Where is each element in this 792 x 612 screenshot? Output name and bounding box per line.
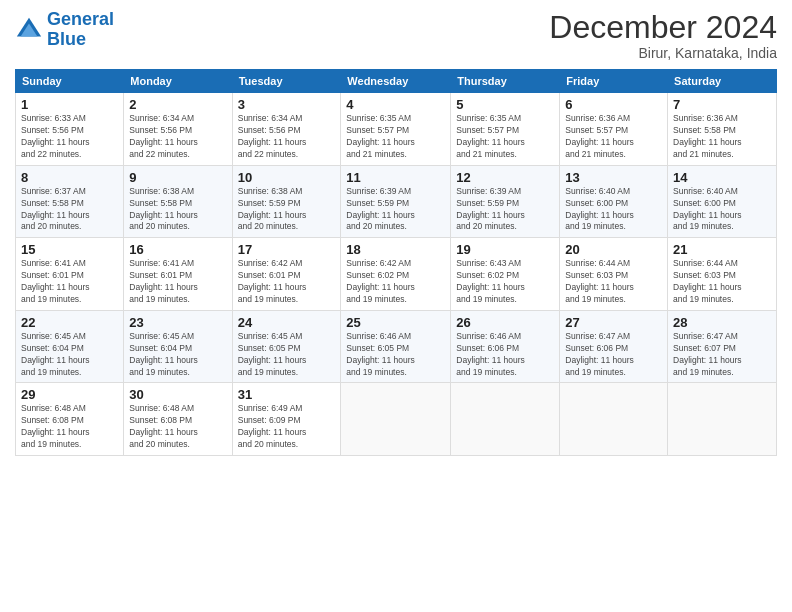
day-number: 30	[129, 387, 226, 402]
header-saturday: Saturday	[668, 70, 777, 93]
day-info: Sunrise: 6:45 AM Sunset: 6:05 PM Dayligh…	[238, 331, 336, 379]
calendar-cell: 29Sunrise: 6:48 AM Sunset: 6:08 PM Dayli…	[16, 383, 124, 456]
calendar-week-3: 15Sunrise: 6:41 AM Sunset: 6:01 PM Dayli…	[16, 238, 777, 311]
calendar-cell: 17Sunrise: 6:42 AM Sunset: 6:01 PM Dayli…	[232, 238, 341, 311]
day-number: 1	[21, 97, 118, 112]
calendar-cell: 30Sunrise: 6:48 AM Sunset: 6:08 PM Dayli…	[124, 383, 232, 456]
calendar-cell: 18Sunrise: 6:42 AM Sunset: 6:02 PM Dayli…	[341, 238, 451, 311]
calendar-header-row: Sunday Monday Tuesday Wednesday Thursday…	[16, 70, 777, 93]
day-number: 25	[346, 315, 445, 330]
logo: General Blue	[15, 10, 114, 50]
day-info: Sunrise: 6:33 AM Sunset: 5:56 PM Dayligh…	[21, 113, 118, 161]
day-info: Sunrise: 6:43 AM Sunset: 6:02 PM Dayligh…	[456, 258, 554, 306]
calendar-cell: 12Sunrise: 6:39 AM Sunset: 5:59 PM Dayli…	[451, 165, 560, 238]
calendar-week-5: 29Sunrise: 6:48 AM Sunset: 6:08 PM Dayli…	[16, 383, 777, 456]
day-number: 7	[673, 97, 771, 112]
day-number: 20	[565, 242, 662, 257]
day-info: Sunrise: 6:45 AM Sunset: 6:04 PM Dayligh…	[129, 331, 226, 379]
header-thursday: Thursday	[451, 70, 560, 93]
header: General Blue December 2024 Birur, Karnat…	[15, 10, 777, 61]
day-info: Sunrise: 6:49 AM Sunset: 6:09 PM Dayligh…	[238, 403, 336, 451]
logo-icon	[15, 16, 43, 44]
day-number: 8	[21, 170, 118, 185]
calendar-week-1: 1Sunrise: 6:33 AM Sunset: 5:56 PM Daylig…	[16, 93, 777, 166]
calendar-cell: 20Sunrise: 6:44 AM Sunset: 6:03 PM Dayli…	[560, 238, 668, 311]
calendar-cell: 27Sunrise: 6:47 AM Sunset: 6:06 PM Dayli…	[560, 310, 668, 383]
calendar-cell: 24Sunrise: 6:45 AM Sunset: 6:05 PM Dayli…	[232, 310, 341, 383]
header-monday: Monday	[124, 70, 232, 93]
calendar-cell: 25Sunrise: 6:46 AM Sunset: 6:05 PM Dayli…	[341, 310, 451, 383]
calendar-cell: 14Sunrise: 6:40 AM Sunset: 6:00 PM Dayli…	[668, 165, 777, 238]
day-info: Sunrise: 6:40 AM Sunset: 6:00 PM Dayligh…	[565, 186, 662, 234]
calendar-cell: 31Sunrise: 6:49 AM Sunset: 6:09 PM Dayli…	[232, 383, 341, 456]
day-info: Sunrise: 6:41 AM Sunset: 6:01 PM Dayligh…	[21, 258, 118, 306]
calendar-table: Sunday Monday Tuesday Wednesday Thursday…	[15, 69, 777, 456]
calendar-cell	[668, 383, 777, 456]
day-info: Sunrise: 6:47 AM Sunset: 6:06 PM Dayligh…	[565, 331, 662, 379]
day-info: Sunrise: 6:45 AM Sunset: 6:04 PM Dayligh…	[21, 331, 118, 379]
calendar-cell: 15Sunrise: 6:41 AM Sunset: 6:01 PM Dayli…	[16, 238, 124, 311]
calendar-week-4: 22Sunrise: 6:45 AM Sunset: 6:04 PM Dayli…	[16, 310, 777, 383]
day-info: Sunrise: 6:42 AM Sunset: 6:01 PM Dayligh…	[238, 258, 336, 306]
day-number: 19	[456, 242, 554, 257]
calendar-cell: 7Sunrise: 6:36 AM Sunset: 5:58 PM Daylig…	[668, 93, 777, 166]
day-number: 3	[238, 97, 336, 112]
day-number: 27	[565, 315, 662, 330]
page: General Blue December 2024 Birur, Karnat…	[0, 0, 792, 612]
calendar-cell: 3Sunrise: 6:34 AM Sunset: 5:56 PM Daylig…	[232, 93, 341, 166]
day-info: Sunrise: 6:34 AM Sunset: 5:56 PM Dayligh…	[129, 113, 226, 161]
calendar-cell: 2Sunrise: 6:34 AM Sunset: 5:56 PM Daylig…	[124, 93, 232, 166]
day-number: 18	[346, 242, 445, 257]
calendar-cell: 10Sunrise: 6:38 AM Sunset: 5:59 PM Dayli…	[232, 165, 341, 238]
calendar-cell: 5Sunrise: 6:35 AM Sunset: 5:57 PM Daylig…	[451, 93, 560, 166]
day-number: 17	[238, 242, 336, 257]
day-number: 5	[456, 97, 554, 112]
calendar-cell: 6Sunrise: 6:36 AM Sunset: 5:57 PM Daylig…	[560, 93, 668, 166]
day-info: Sunrise: 6:44 AM Sunset: 6:03 PM Dayligh…	[565, 258, 662, 306]
day-number: 22	[21, 315, 118, 330]
day-number: 6	[565, 97, 662, 112]
day-info: Sunrise: 6:38 AM Sunset: 5:59 PM Dayligh…	[238, 186, 336, 234]
day-info: Sunrise: 6:36 AM Sunset: 5:57 PM Dayligh…	[565, 113, 662, 161]
day-info: Sunrise: 6:46 AM Sunset: 6:06 PM Dayligh…	[456, 331, 554, 379]
calendar-cell: 16Sunrise: 6:41 AM Sunset: 6:01 PM Dayli…	[124, 238, 232, 311]
day-info: Sunrise: 6:44 AM Sunset: 6:03 PM Dayligh…	[673, 258, 771, 306]
day-number: 10	[238, 170, 336, 185]
day-number: 28	[673, 315, 771, 330]
day-number: 9	[129, 170, 226, 185]
day-number: 15	[21, 242, 118, 257]
day-info: Sunrise: 6:34 AM Sunset: 5:56 PM Dayligh…	[238, 113, 336, 161]
calendar-cell: 26Sunrise: 6:46 AM Sunset: 6:06 PM Dayli…	[451, 310, 560, 383]
calendar-cell: 11Sunrise: 6:39 AM Sunset: 5:59 PM Dayli…	[341, 165, 451, 238]
day-info: Sunrise: 6:36 AM Sunset: 5:58 PM Dayligh…	[673, 113, 771, 161]
day-info: Sunrise: 6:40 AM Sunset: 6:00 PM Dayligh…	[673, 186, 771, 234]
day-number: 21	[673, 242, 771, 257]
day-number: 13	[565, 170, 662, 185]
calendar-cell: 1Sunrise: 6:33 AM Sunset: 5:56 PM Daylig…	[16, 93, 124, 166]
calendar-cell: 28Sunrise: 6:47 AM Sunset: 6:07 PM Dayli…	[668, 310, 777, 383]
day-number: 26	[456, 315, 554, 330]
calendar-cell	[451, 383, 560, 456]
header-wednesday: Wednesday	[341, 70, 451, 93]
day-number: 4	[346, 97, 445, 112]
day-number: 29	[21, 387, 118, 402]
day-info: Sunrise: 6:35 AM Sunset: 5:57 PM Dayligh…	[346, 113, 445, 161]
header-sunday: Sunday	[16, 70, 124, 93]
calendar-cell: 19Sunrise: 6:43 AM Sunset: 6:02 PM Dayli…	[451, 238, 560, 311]
calendar-cell: 9Sunrise: 6:38 AM Sunset: 5:58 PM Daylig…	[124, 165, 232, 238]
title-section: December 2024 Birur, Karnataka, India	[549, 10, 777, 61]
day-info: Sunrise: 6:47 AM Sunset: 6:07 PM Dayligh…	[673, 331, 771, 379]
day-number: 2	[129, 97, 226, 112]
calendar-cell: 13Sunrise: 6:40 AM Sunset: 6:00 PM Dayli…	[560, 165, 668, 238]
calendar-cell: 22Sunrise: 6:45 AM Sunset: 6:04 PM Dayli…	[16, 310, 124, 383]
day-info: Sunrise: 6:48 AM Sunset: 6:08 PM Dayligh…	[129, 403, 226, 451]
day-info: Sunrise: 6:46 AM Sunset: 6:05 PM Dayligh…	[346, 331, 445, 379]
day-info: Sunrise: 6:48 AM Sunset: 6:08 PM Dayligh…	[21, 403, 118, 451]
day-info: Sunrise: 6:35 AM Sunset: 5:57 PM Dayligh…	[456, 113, 554, 161]
day-info: Sunrise: 6:39 AM Sunset: 5:59 PM Dayligh…	[346, 186, 445, 234]
calendar-week-2: 8Sunrise: 6:37 AM Sunset: 5:58 PM Daylig…	[16, 165, 777, 238]
day-info: Sunrise: 6:42 AM Sunset: 6:02 PM Dayligh…	[346, 258, 445, 306]
calendar-cell: 4Sunrise: 6:35 AM Sunset: 5:57 PM Daylig…	[341, 93, 451, 166]
logo-text: General Blue	[47, 10, 114, 50]
calendar-cell: 21Sunrise: 6:44 AM Sunset: 6:03 PM Dayli…	[668, 238, 777, 311]
